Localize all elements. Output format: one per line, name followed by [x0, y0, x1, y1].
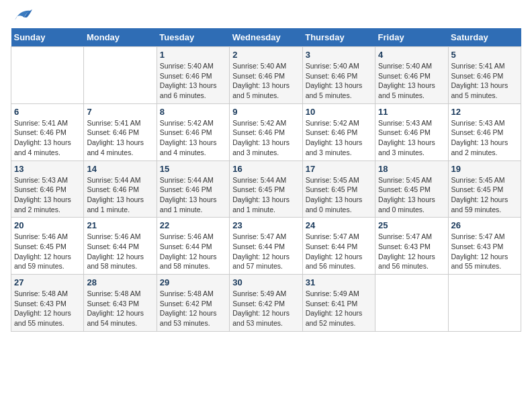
calendar-week-4: 20Sunrise: 5:46 AM Sunset: 6:45 PM Dayli…: [11, 218, 521, 275]
header-sunday: Sunday: [11, 28, 84, 47]
calendar-cell: 3Sunrise: 5:40 AM Sunset: 6:46 PM Daylig…: [302, 47, 375, 104]
day-info: Sunrise: 5:44 AM Sunset: 6:46 PM Dayligh…: [87, 175, 153, 215]
day-number: 8: [160, 107, 226, 117]
header-thursday: Thursday: [302, 28, 375, 47]
day-info: Sunrise: 5:42 AM Sunset: 6:46 PM Dayligh…: [232, 118, 299, 158]
day-info: Sunrise: 5:42 AM Sunset: 6:46 PM Dayligh…: [160, 118, 226, 158]
calendar-cell: 16Sunrise: 5:44 AM Sunset: 6:45 PM Dayli…: [230, 161, 302, 218]
day-info: Sunrise: 5:47 AM Sunset: 6:43 PM Dayligh…: [378, 232, 445, 271]
calendar-cell: 24Sunrise: 5:47 AM Sunset: 6:44 PM Dayli…: [302, 218, 375, 275]
day-number: 17: [306, 164, 372, 174]
day-info: Sunrise: 5:46 AM Sunset: 6:44 PM Dayligh…: [87, 232, 153, 271]
day-info: Sunrise: 5:40 AM Sunset: 6:46 PM Dayligh…: [232, 61, 299, 101]
day-number: 10: [306, 107, 372, 117]
calendar-cell: 2Sunrise: 5:40 AM Sunset: 6:46 PM Daylig…: [230, 47, 302, 104]
calendar-cell: 17Sunrise: 5:45 AM Sunset: 6:45 PM Dayli…: [302, 161, 375, 218]
day-number: 18: [378, 164, 445, 174]
day-info: Sunrise: 5:47 AM Sunset: 6:44 PM Dayligh…: [306, 232, 372, 271]
day-info: Sunrise: 5:42 AM Sunset: 6:46 PM Dayligh…: [306, 118, 372, 158]
day-info: Sunrise: 5:44 AM Sunset: 6:46 PM Dayligh…: [160, 175, 226, 215]
day-info: Sunrise: 5:45 AM Sunset: 6:45 PM Dayligh…: [378, 175, 445, 215]
calendar-week-2: 6Sunrise: 5:41 AM Sunset: 6:46 PM Daylig…: [11, 103, 521, 161]
day-number: 11: [378, 107, 445, 117]
day-info: Sunrise: 5:40 AM Sunset: 6:46 PM Dayligh…: [378, 61, 445, 101]
day-number: 22: [160, 220, 226, 230]
day-number: 30: [232, 277, 299, 287]
day-number: 13: [14, 164, 81, 174]
day-info: Sunrise: 5:45 AM Sunset: 6:45 PM Dayligh…: [451, 175, 518, 215]
day-number: 9: [232, 107, 299, 117]
calendar-cell: 4Sunrise: 5:40 AM Sunset: 6:46 PM Daylig…: [375, 47, 448, 104]
day-info: Sunrise: 5:41 AM Sunset: 6:46 PM Dayligh…: [87, 118, 153, 158]
calendar-cell: 29Sunrise: 5:48 AM Sunset: 6:42 PM Dayli…: [157, 275, 229, 332]
day-info: Sunrise: 5:49 AM Sunset: 6:41 PM Dayligh…: [306, 289, 372, 328]
day-info: Sunrise: 5:46 AM Sunset: 6:45 PM Dayligh…: [14, 232, 81, 271]
calendar-header-row: SundayMondayTuesdayWednesdayThursdayFrid…: [11, 28, 521, 47]
day-info: Sunrise: 5:47 AM Sunset: 6:44 PM Dayligh…: [232, 232, 299, 271]
calendar-cell: 5Sunrise: 5:41 AM Sunset: 6:46 PM Daylig…: [448, 47, 521, 104]
day-info: Sunrise: 5:49 AM Sunset: 6:42 PM Dayligh…: [232, 289, 299, 328]
header-tuesday: Tuesday: [157, 28, 229, 47]
day-number: 12: [451, 107, 518, 117]
calendar-table: SundayMondayTuesdayWednesdayThursdayFrid…: [11, 28, 521, 332]
day-info: Sunrise: 5:43 AM Sunset: 6:46 PM Dayligh…: [14, 175, 81, 215]
calendar-cell: 23Sunrise: 5:47 AM Sunset: 6:44 PM Dayli…: [230, 218, 302, 275]
calendar-cell: 12Sunrise: 5:43 AM Sunset: 6:46 PM Dayli…: [448, 103, 521, 161]
day-number: 19: [451, 164, 518, 174]
day-info: Sunrise: 5:48 AM Sunset: 6:43 PM Dayligh…: [87, 289, 153, 328]
calendar-cell: 31Sunrise: 5:49 AM Sunset: 6:41 PM Dayli…: [302, 275, 375, 332]
day-number: 1: [160, 50, 226, 60]
day-number: 16: [232, 164, 299, 174]
day-info: Sunrise: 5:41 AM Sunset: 6:46 PM Dayligh…: [14, 118, 81, 158]
calendar-cell: 1Sunrise: 5:40 AM Sunset: 6:46 PM Daylig…: [157, 47, 229, 104]
calendar-cell: 10Sunrise: 5:42 AM Sunset: 6:46 PM Dayli…: [302, 103, 375, 161]
day-number: 3: [306, 50, 372, 60]
calendar-week-3: 13Sunrise: 5:43 AM Sunset: 6:46 PM Dayli…: [11, 161, 521, 218]
day-number: 24: [306, 220, 372, 230]
header-wednesday: Wednesday: [230, 28, 302, 47]
day-info: Sunrise: 5:47 AM Sunset: 6:43 PM Dayligh…: [451, 232, 518, 271]
calendar-cell: 28Sunrise: 5:48 AM Sunset: 6:43 PM Dayli…: [84, 275, 157, 332]
calendar-cell: 22Sunrise: 5:46 AM Sunset: 6:44 PM Dayli…: [157, 218, 229, 275]
calendar-cell: 26Sunrise: 5:47 AM Sunset: 6:43 PM Dayli…: [448, 218, 521, 275]
calendar-cell: 8Sunrise: 5:42 AM Sunset: 6:46 PM Daylig…: [157, 103, 229, 161]
day-info: Sunrise: 5:45 AM Sunset: 6:45 PM Dayligh…: [306, 175, 372, 215]
day-number: 27: [14, 277, 81, 287]
day-info: Sunrise: 5:43 AM Sunset: 6:46 PM Dayligh…: [378, 118, 445, 158]
day-number: 26: [451, 220, 518, 230]
header-saturday: Saturday: [448, 28, 521, 47]
day-number: 15: [160, 164, 226, 174]
calendar-cell: [448, 275, 521, 332]
calendar-cell: 25Sunrise: 5:47 AM Sunset: 6:43 PM Dayli…: [375, 218, 448, 275]
calendar-cell: 15Sunrise: 5:44 AM Sunset: 6:46 PM Dayli…: [157, 161, 229, 218]
calendar-cell: 21Sunrise: 5:46 AM Sunset: 6:44 PM Dayli…: [84, 218, 157, 275]
logo-bird-icon: [12, 8, 34, 23]
calendar-cell: [84, 47, 157, 104]
day-number: 2: [232, 50, 299, 60]
day-number: 28: [87, 277, 153, 287]
header-monday: Monday: [84, 28, 157, 47]
calendar-cell: 27Sunrise: 5:48 AM Sunset: 6:43 PM Dayli…: [11, 275, 84, 332]
day-info: Sunrise: 5:48 AM Sunset: 6:42 PM Dayligh…: [160, 289, 226, 328]
calendar-week-5: 27Sunrise: 5:48 AM Sunset: 6:43 PM Dayli…: [11, 275, 521, 332]
day-number: 4: [378, 50, 445, 60]
calendar-cell: 13Sunrise: 5:43 AM Sunset: 6:46 PM Dayli…: [11, 161, 84, 218]
day-info: Sunrise: 5:43 AM Sunset: 6:46 PM Dayligh…: [451, 118, 518, 158]
logo: [11, 11, 34, 23]
day-number: 31: [306, 277, 372, 287]
day-number: 14: [87, 164, 153, 174]
calendar-cell: 9Sunrise: 5:42 AM Sunset: 6:46 PM Daylig…: [230, 103, 302, 161]
calendar-cell: 30Sunrise: 5:49 AM Sunset: 6:42 PM Dayli…: [230, 275, 302, 332]
day-number: 7: [87, 107, 153, 117]
day-number: 20: [14, 220, 81, 230]
calendar-cell: 18Sunrise: 5:45 AM Sunset: 6:45 PM Dayli…: [375, 161, 448, 218]
day-number: 21: [87, 220, 153, 230]
day-info: Sunrise: 5:40 AM Sunset: 6:46 PM Dayligh…: [160, 61, 226, 101]
day-info: Sunrise: 5:40 AM Sunset: 6:46 PM Dayligh…: [306, 61, 372, 101]
page-header: [11, 11, 521, 23]
calendar-week-1: 1Sunrise: 5:40 AM Sunset: 6:46 PM Daylig…: [11, 47, 521, 104]
calendar-cell: 11Sunrise: 5:43 AM Sunset: 6:46 PM Dayli…: [375, 103, 448, 161]
calendar-cell: 14Sunrise: 5:44 AM Sunset: 6:46 PM Dayli…: [84, 161, 157, 218]
calendar-cell: 6Sunrise: 5:41 AM Sunset: 6:46 PM Daylig…: [11, 103, 84, 161]
calendar-cell: [375, 275, 448, 332]
